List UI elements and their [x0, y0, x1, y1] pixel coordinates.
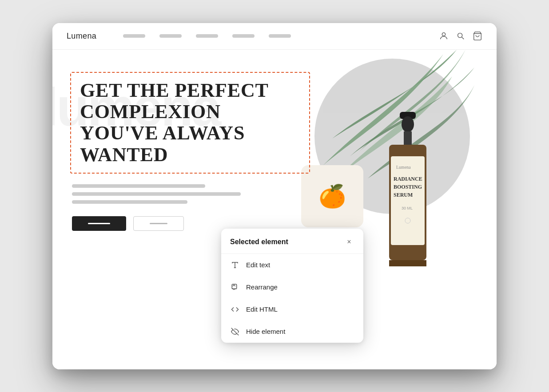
orange-card: 🍊 — [301, 165, 363, 227]
svg-rect-8 — [391, 156, 425, 245]
main-content: lumena 🍊 — [52, 50, 497, 369]
nav-link-2[interactable] — [159, 34, 182, 38]
context-menu-hide-element[interactable]: Hide element — [221, 321, 363, 343]
hide-icon — [230, 327, 240, 337]
context-menu-edit-text[interactable]: Edit text — [221, 254, 363, 276]
selected-text-box[interactable]: GET THE PERFECT COMPLEXION YOU'VE ALWAYS… — [70, 72, 310, 174]
btn-secondary[interactable] — [133, 216, 184, 231]
context-menu-title: Selected element — [230, 238, 288, 246]
code-icon — [230, 305, 240, 314]
btn-primary-line — [88, 223, 110, 224]
text-icon — [230, 260, 240, 270]
edit-text-label: Edit text — [246, 261, 270, 269]
context-menu-close-button[interactable]: × — [344, 237, 354, 247]
svg-text:RADIANCE: RADIANCE — [394, 176, 422, 182]
nav-link-3[interactable] — [196, 34, 218, 38]
user-icon[interactable] — [439, 31, 449, 41]
nav-logo: Lumena — [67, 32, 96, 41]
serum-bottle: Lumena RADIANCE BOOSTING SERUM 30 ML — [354, 85, 461, 343]
context-menu: Selected element × Edit text — [221, 229, 363, 343]
context-menu-header: Selected element × — [221, 229, 363, 254]
nav-link-4[interactable] — [232, 34, 255, 38]
nav-link-5[interactable] — [269, 34, 291, 38]
cart-icon[interactable] — [473, 31, 482, 41]
svg-text:SERUM: SERUM — [394, 192, 413, 198]
svg-point-5 — [402, 116, 414, 132]
browser-window: Lumena — [52, 23, 497, 369]
search-icon[interactable] — [456, 31, 465, 41]
nav-bar: Lumena — [52, 23, 497, 50]
hide-element-label: Hide element — [246, 328, 285, 335]
btn-secondary-line — [150, 223, 167, 224]
rearrange-icon — [230, 282, 240, 292]
btn-primary[interactable] — [72, 216, 126, 231]
desc-lines — [72, 184, 310, 204]
svg-line-2 — [462, 37, 464, 40]
context-menu-rearrange[interactable]: Rearrange — [221, 276, 363, 298]
left-content: GET THE PERFECT COMPLEXION YOU'VE ALWAYS… — [70, 72, 310, 231]
svg-rect-6 — [404, 131, 412, 145]
svg-text:30 ML: 30 ML — [402, 206, 413, 210]
nav-links — [123, 34, 291, 38]
orange-emoji: 🍊 — [318, 183, 346, 209]
desc-line-2 — [72, 192, 241, 196]
svg-point-1 — [458, 33, 462, 38]
desc-line-3 — [72, 200, 187, 204]
desc-line-1 — [72, 184, 205, 188]
nav-icons — [439, 31, 482, 41]
headline-text: GET THE PERFECT COMPLEXION YOU'VE ALWAYS… — [80, 80, 300, 166]
rearrange-label: Rearrange — [246, 283, 278, 291]
svg-text:BOOSTING: BOOSTING — [394, 184, 422, 190]
edit-html-label: Edit HTML — [246, 305, 278, 313]
bottle-svg: Lumena RADIANCE BOOSTING SERUM 30 ML — [372, 112, 443, 316]
svg-text:Lumena: Lumena — [396, 165, 411, 170]
nav-link-1[interactable] — [123, 34, 145, 38]
svg-rect-15 — [389, 260, 426, 266]
context-menu-edit-html[interactable]: Edit HTML — [221, 298, 363, 321]
svg-point-0 — [442, 33, 445, 36]
